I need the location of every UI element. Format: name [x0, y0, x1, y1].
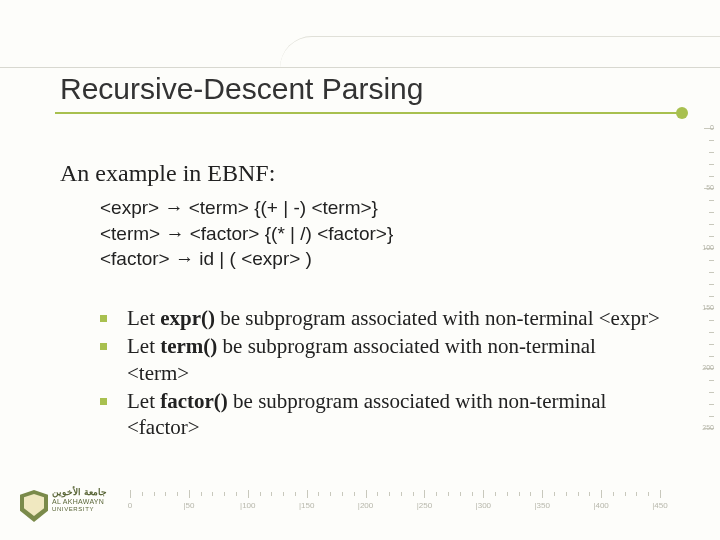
- page-title: Recursive-Descent Parsing: [60, 72, 423, 106]
- ruler-label: 250: [694, 424, 714, 431]
- ruler-label: 0: [128, 501, 132, 510]
- crest-icon: [20, 490, 48, 522]
- ruler-label: |150: [299, 501, 314, 510]
- bullet-icon: [100, 315, 107, 322]
- ruler-label: 50: [694, 184, 714, 191]
- grammar-block: <expr> → <term> {(+ | -) <term>} <term> …: [100, 195, 393, 272]
- bullet-text: Let factor() be subprogram associated wi…: [127, 388, 660, 441]
- ruler-label: |450: [652, 501, 667, 510]
- university-logo: جامعة الأخوين AL AKHAWAYN UNIVERSITY: [20, 488, 110, 526]
- bullet-icon: [100, 398, 107, 405]
- ruler-label: 0: [694, 124, 714, 131]
- ruler-label: 200: [694, 364, 714, 371]
- ruler-label: 100: [694, 244, 714, 251]
- subtitle: An example in EBNF:: [60, 160, 275, 187]
- header-decor: [0, 0, 720, 68]
- ruler-label: |400: [593, 501, 608, 510]
- bullet-list: Let expr() be subprogram associated with…: [100, 305, 660, 442]
- grammar-line: <factor> → id | ( <expr> ): [100, 246, 393, 272]
- ruler-label: |350: [535, 501, 550, 510]
- bullet-text: Let term() be subprogram associated with…: [127, 333, 660, 386]
- ruler-label: |250: [417, 501, 432, 510]
- list-item: Let factor() be subprogram associated wi…: [100, 388, 660, 441]
- logo-text: جامعة الأخوين AL AKHAWAYN UNIVERSITY: [52, 488, 107, 512]
- bullet-text: Let expr() be subprogram associated with…: [127, 305, 660, 331]
- ruler-label: |200: [358, 501, 373, 510]
- ruler-label: |300: [476, 501, 491, 510]
- list-item: Let expr() be subprogram associated with…: [100, 305, 660, 331]
- ruler-label: 150: [694, 304, 714, 311]
- bullet-icon: [100, 343, 107, 350]
- title-dot-icon: [676, 107, 688, 119]
- title-underline: [55, 112, 680, 114]
- grammar-line: <term> → <factor> {(* | /) <factor>}: [100, 221, 393, 247]
- bottom-ruler: 0|50|100|150|200|250|300|350|400|450: [130, 490, 660, 510]
- list-item: Let term() be subprogram associated with…: [100, 333, 660, 386]
- ruler-label: |50: [183, 501, 194, 510]
- grammar-line: <expr> → <term> {(+ | -) <term>}: [100, 195, 393, 221]
- ruler-label: |100: [240, 501, 255, 510]
- right-ruler: 050100150200250: [692, 128, 714, 480]
